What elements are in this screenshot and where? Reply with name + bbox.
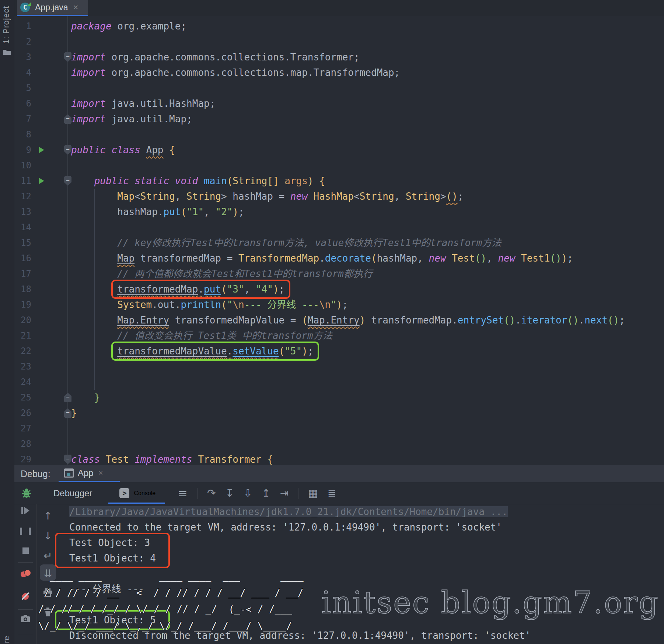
line-number: 5: [14, 80, 31, 96]
console-line: [59, 597, 664, 612]
fold-marker-icon[interactable]: −: [64, 52, 71, 62]
line-number: 26: [14, 405, 31, 421]
line-number: 22: [14, 343, 31, 359]
run-gutter-icon[interactable]: [39, 178, 44, 184]
code-line[interactable]: 9−public class App {: [14, 142, 664, 158]
options-menu-icon[interactable]: ≡: [178, 486, 188, 500]
line-number: 12: [14, 189, 31, 204]
code-line[interactable]: 12 Map<String, String> hashMap = new Has…: [14, 189, 664, 204]
line-number: 10: [14, 158, 31, 173]
code-line[interactable]: 1package org.example;: [14, 18, 664, 34]
code-line[interactable]: 24: [14, 374, 664, 390]
line-number: 15: [14, 235, 31, 251]
code-line[interactable]: 6import java.util.HashMap;: [14, 96, 664, 111]
tab-debugger[interactable]: Debugger: [50, 488, 96, 498]
app-window-icon: [64, 468, 74, 478]
debug-session-title: App: [78, 468, 94, 478]
line-number: 2: [14, 34, 31, 49]
console-line: [59, 566, 664, 581]
stop-icon[interactable]: [14, 547, 36, 555]
step-out-icon[interactable]: ↥: [262, 487, 270, 499]
step-into-icon[interactable]: ↧: [225, 487, 234, 499]
layout-settings-icon[interactable]: ≣: [328, 487, 336, 499]
pause-icon[interactable]: [14, 528, 36, 536]
close-icon[interactable]: ×: [98, 468, 103, 478]
line-number: 17: [14, 266, 31, 281]
line-number: 11: [14, 173, 31, 189]
code-line[interactable]: 5: [14, 80, 664, 96]
debug-panel-label: Debug:: [21, 469, 50, 479]
fold-marker-icon[interactable]: −: [64, 176, 71, 186]
close-icon[interactable]: ×: [73, 2, 78, 13]
down-stack-icon[interactable]: ↓: [37, 530, 59, 542]
up-stack-icon[interactable]: ↑: [37, 510, 59, 522]
console-output[interactable]: /Library/Java/JavaVirtualMachines/jdk1.7…: [59, 504, 664, 644]
soft-wrap-icon[interactable]: ↵: [37, 550, 59, 562]
thread-dump-camera-icon[interactable]: [14, 615, 36, 623]
debugger-bug-icon: [21, 487, 32, 499]
clear-all-icon[interactable]: [37, 607, 59, 617]
code-line[interactable]: 15 // key修改执行Test中的transform方法, value修改执…: [14, 235, 664, 251]
fold-marker-icon[interactable]: −: [64, 114, 71, 124]
line-number: 20: [14, 312, 31, 328]
code-area[interactable]: 1package org.example;23−import org.apach…: [14, 16, 664, 465]
editor-tab-app-java[interactable]: C App.java ×: [17, 0, 88, 15]
debug-toolbar: Debugger > Console ≡↷↧⇩↥⇥▦≣: [14, 482, 664, 504]
line-number: 4: [14, 65, 31, 80]
fold-marker-icon[interactable]: −: [64, 393, 71, 402]
code-line[interactable]: 3−import org.apache.commons.collections.…: [14, 49, 664, 65]
run-to-cursor-icon[interactable]: ⇥: [280, 487, 289, 499]
code-line[interactable]: 29−class Test implements Transformer {: [14, 452, 664, 465]
debug-panel-header: Debug: App ×: [14, 465, 664, 482]
code-line[interactable]: 2: [14, 34, 664, 49]
class-run-icon: C: [20, 2, 31, 13]
code-line[interactable]: 28: [14, 436, 664, 452]
line-number: 3: [14, 49, 31, 65]
code-line[interactable]: 19 System.out.println("\n--- 分界线 ---\n")…: [14, 297, 664, 312]
code-line[interactable]: 13 hashMap.put("1", "2");: [14, 204, 664, 220]
code-line[interactable]: 23: [14, 359, 664, 374]
code-line[interactable]: 21 // 值改变会执行 Test1类 中的transform方法: [14, 328, 664, 343]
fold-marker-icon[interactable]: −: [64, 408, 71, 418]
code-line[interactable]: 17 // 两个值都修改就会Test和Test1中的transform都执行: [14, 266, 664, 281]
fold-marker-icon[interactable]: −: [64, 145, 71, 155]
code-line[interactable]: 27: [14, 421, 664, 436]
resume-icon[interactable]: [14, 507, 36, 516]
debug-actions-strip: [14, 504, 37, 644]
code-line[interactable]: 20 Map.Entry transformedMapValue = (Map.…: [14, 312, 664, 328]
mute-breakpoints-icon[interactable]: [14, 592, 36, 602]
tab-console-label: Console: [134, 490, 155, 497]
code-line[interactable]: 14: [14, 220, 664, 235]
line-number: 13: [14, 204, 31, 220]
console-line: Test1 Object: 4: [59, 550, 664, 566]
scroll-to-end-icon[interactable]: ⇊: [37, 567, 59, 580]
divider: [18, 562, 33, 563]
run-gutter-icon[interactable]: [39, 147, 44, 153]
print-icon[interactable]: [37, 588, 59, 597]
tab-console[interactable]: > Console: [108, 482, 165, 504]
code-line[interactable]: 16 Map transformedMap = TransformedMap.d…: [14, 251, 664, 266]
debug-session-tab[interactable]: App ×: [59, 465, 108, 481]
fold-marker-icon[interactable]: −: [64, 455, 71, 464]
code-line[interactable]: 22 transformedMapValue.setValue("5");: [14, 343, 664, 359]
code-line[interactable]: 25− }: [14, 390, 664, 405]
code-line[interactable]: 8: [14, 127, 664, 142]
evaluate-expression-icon[interactable]: ▦: [308, 487, 318, 499]
view-breakpoints-icon[interactable]: [14, 570, 36, 579]
divider: [298, 488, 298, 499]
code-line[interactable]: 11− public static void main(String[] arg…: [14, 173, 664, 189]
code-line[interactable]: 10: [14, 158, 664, 173]
code-line[interactable]: 4import org.apache.commons.collections.m…: [14, 65, 664, 80]
code-line[interactable]: 7−import java.util.Map;: [14, 111, 664, 127]
console-line: --- 分界线 ---: [59, 581, 664, 597]
code-line[interactable]: 18 transformedMap.put("3", "4");: [14, 281, 664, 297]
line-number: 7: [14, 111, 31, 127]
structure-stripe-label[interactable]: re: [2, 636, 11, 643]
project-stripe-label[interactable]: 1: Project: [1, 6, 11, 44]
console-actions-strip: ↑↓↵⇊: [37, 504, 59, 644]
step-over-icon[interactable]: ↷: [207, 487, 216, 499]
line-number: 23: [14, 359, 31, 374]
code-line[interactable]: 26−}: [14, 405, 664, 421]
divider: [197, 488, 198, 499]
force-step-into-icon[interactable]: ⇩: [244, 487, 252, 499]
